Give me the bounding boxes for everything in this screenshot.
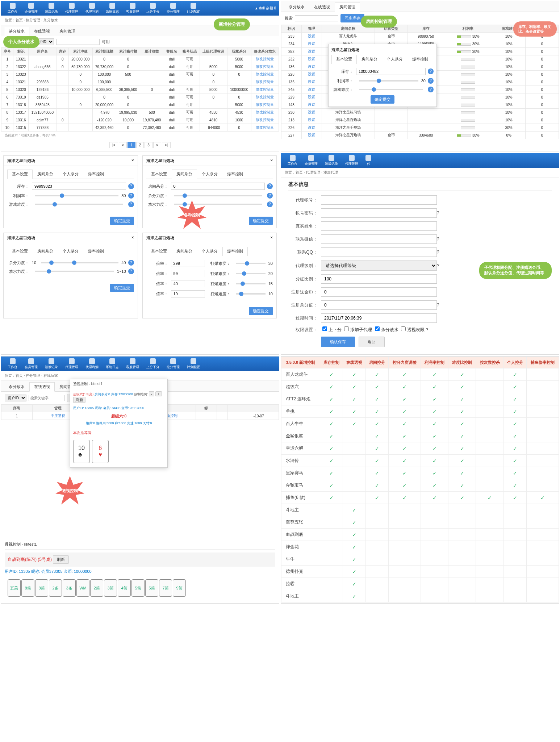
diff-slider[interactable] [35, 204, 123, 205]
confirm-btn[interactable]: 确定提交 [110, 284, 134, 292]
nav-item[interactable]: 计划配置 [183, 358, 204, 370]
refresh-btn[interactable]: 刷新 [73, 397, 85, 403]
help-icon[interactable]: ? [428, 68, 434, 74]
page-btn[interactable]: >| [162, 142, 171, 148]
close-icon[interactable]: × [271, 235, 273, 241]
chk-updown[interactable] [322, 326, 327, 331]
plus-btn[interactable]: + [155, 391, 162, 396]
agent-gift[interactable] [321, 287, 437, 297]
confirm-btn[interactable]: 确定提交 [249, 307, 273, 315]
person-release-slider[interactable] [35, 271, 114, 272]
agent-password[interactable] [321, 208, 437, 218]
popup-stock[interactable] [356, 68, 426, 75]
person-kill-slider[interactable] [41, 262, 118, 263]
popup-profit-slider[interactable] [359, 80, 418, 82]
tab-kill2[interactable]: 杀分放水 [284, 3, 309, 12]
tab-xray2[interactable]: 在线透视 [309, 3, 335, 12]
agent-qq[interactable] [321, 247, 437, 257]
uid-select[interactable]: 用户ID [5, 395, 26, 401]
hit-slider[interactable] [236, 263, 266, 264]
room-kill-input[interactable] [171, 183, 265, 190]
nav-item[interactable]: 控分管理 [163, 358, 183, 370]
st-basic[interactable]: 基本设置 [331, 55, 357, 64]
odds-input[interactable] [171, 260, 205, 267]
page-btn[interactable]: |< [109, 142, 118, 148]
nav-item[interactable]: 上分下分 [143, 2, 163, 15]
page-btn[interactable]: 1 [128, 142, 135, 148]
back-btn[interactable]: 返回 [359, 337, 385, 347]
close-icon[interactable]: × [131, 235, 134, 241]
confirm-btn[interactable]: 确定提交 [249, 217, 273, 225]
profit-slider[interactable] [35, 195, 118, 196]
nav-item[interactable]: 计划配置 [183, 2, 204, 15]
save-btn[interactable]: 确认保存 [321, 337, 355, 347]
nav-item[interactable]: 工作台 [284, 154, 301, 167]
tab-room2[interactable]: 房间管理 [335, 3, 360, 12]
nav-item[interactable]: 游戏记录 [41, 2, 62, 15]
agent-kill[interactable] [321, 300, 437, 310]
agent-level[interactable]: 请选择代理等级 [321, 260, 437, 271]
odds-input[interactable] [171, 270, 205, 277]
chk-kill[interactable] [375, 326, 380, 331]
agent-account[interactable] [321, 195, 437, 205]
nav-item[interactable]: 系统日志 [102, 358, 122, 370]
refresh-btn-2[interactable]: 刷新 [53, 555, 69, 564]
help-icon[interactable]: ? [428, 87, 434, 92]
room-search[interactable] [295, 15, 338, 21]
nav-item[interactable]: 代 [362, 154, 375, 167]
odds-input[interactable] [171, 290, 205, 297]
stock-input[interactable] [32, 183, 126, 190]
odds-input[interactable] [171, 280, 205, 287]
check-icon: ✓ [352, 507, 356, 513]
popup-diff-slider[interactable] [359, 89, 423, 90]
page-btn[interactable]: > [153, 142, 161, 148]
page-btn[interactable]: < [119, 142, 127, 148]
agent-realname[interactable] [321, 221, 437, 231]
page-btn[interactable]: 2 [136, 142, 144, 148]
nav-item[interactable]: 上分下分 [143, 358, 163, 370]
bubble-stock: 库存、利润率、难度比、杀分设置等 [513, 21, 557, 37]
help-icon[interactable]: ? [428, 78, 434, 84]
chk-xray[interactable] [401, 326, 406, 331]
nav-item[interactable]: 会员管理 [301, 154, 321, 167]
nav-item[interactable]: 游戏记录 [321, 154, 342, 167]
close-icon[interactable]: × [271, 158, 273, 163]
st-person[interactable]: 个人杀分 [382, 55, 408, 64]
nav-item[interactable]: 工作台 [4, 2, 21, 15]
nav-item[interactable]: 代理利润 [82, 2, 102, 15]
confirm-btn[interactable]: 确定提交 [110, 217, 134, 225]
nav-item[interactable]: 会员管理 [21, 2, 41, 15]
filter-input[interactable] [56, 39, 100, 45]
agent-expire[interactable] [321, 313, 437, 323]
close-icon[interactable]: × [131, 158, 134, 163]
nav-item[interactable]: 代理利润 [82, 358, 102, 370]
kill-slider[interactable] [174, 195, 262, 196]
page-btn[interactable]: 3 [145, 142, 152, 148]
tab-xray[interactable]: 在线透视 [29, 27, 55, 36]
agent-ratio[interactable] [321, 274, 437, 284]
st-burst[interactable]: 爆率控制 [408, 55, 433, 64]
tab-room[interactable]: 房间管理 [55, 27, 80, 36]
chk-subagent[interactable] [344, 326, 349, 331]
nav-item[interactable]: 游戏记录 [41, 358, 62, 370]
hit-slider[interactable] [236, 293, 266, 295]
room-tabs: 杀分放水 在线透视 房间管理 [281, 1, 559, 12]
tab-kill[interactable]: 杀分放水 [4, 27, 29, 36]
nav-item[interactable]: 客服管理 [122, 358, 143, 370]
nav-item[interactable]: 代理管理 [62, 2, 82, 15]
user-badge[interactable]: ▲ dali 余额 0 [255, 6, 276, 11]
agent-wechat[interactable] [321, 234, 437, 244]
popup-confirm[interactable]: 确定提交 [371, 95, 394, 104]
nav-item[interactable]: 会员管理 [21, 358, 41, 370]
hit-slider[interactable] [236, 273, 266, 274]
nav-item[interactable]: 工作台 [4, 358, 21, 370]
nav-item[interactable]: 系统日志 [102, 2, 122, 15]
kw-input[interactable] [29, 395, 65, 401]
nav-item[interactable]: 代理管理 [342, 154, 362, 167]
minus-btn[interactable]: - [149, 391, 155, 396]
nav-item[interactable]: 代理管理 [62, 358, 82, 370]
st-room[interactable]: 房间杀分 [357, 55, 382, 64]
hit-slider[interactable] [236, 283, 266, 284]
nav-item[interactable]: 客服管理 [122, 2, 143, 15]
nav-item[interactable]: 控分管理 [163, 2, 183, 15]
